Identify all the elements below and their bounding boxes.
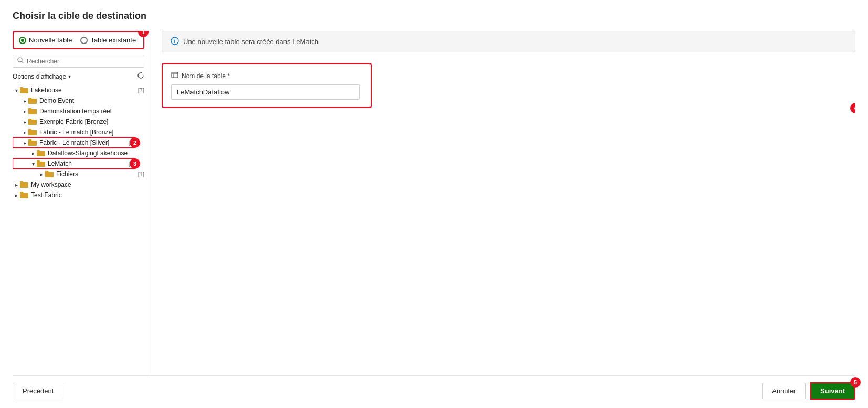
precedent-button[interactable]: Précédent bbox=[13, 383, 63, 399]
tree-item-lakehouse[interactable]: Lakehouse [7] bbox=[13, 85, 144, 95]
tree-item-fabric-bronze[interactable]: Fabric - Le match [Bronze] bbox=[13, 127, 144, 137]
badge-3: 3 bbox=[130, 158, 140, 169]
radio-table-existante[interactable]: Table existante bbox=[80, 36, 136, 44]
folder-icon-exemple-bronze bbox=[28, 118, 37, 125]
table-name-label-text: Nom de la table * bbox=[182, 72, 230, 80]
fichiers-label: Fichiers bbox=[56, 170, 136, 178]
folder-icon-dataflows-staging bbox=[37, 149, 45, 157]
folder-icon-fabric-bronze bbox=[28, 128, 37, 136]
dataflows-staging-label: DataflowsStagingLakehouse bbox=[48, 149, 144, 157]
exemple-bronze-label: Exemple Fabric [Bronze] bbox=[39, 118, 144, 125]
fabric-silver-chevron bbox=[21, 139, 28, 146]
radio-circle-existante bbox=[80, 37, 88, 44]
fabric-bronze-label: Fabric - Le match [Bronze] bbox=[39, 128, 144, 136]
table-type-radio-group: 1 Nouvelle table Table existante bbox=[13, 31, 144, 49]
demo-event-chevron bbox=[21, 97, 28, 104]
badge-1: 1 bbox=[138, 31, 149, 37]
suivant-button[interactable]: Suivant bbox=[810, 382, 855, 400]
folder-icon-demo-temps-reel bbox=[28, 108, 37, 115]
lakehouse-count: [7] bbox=[138, 87, 144, 93]
fichiers-chevron bbox=[38, 170, 45, 178]
lakehouse-chevron bbox=[13, 87, 20, 94]
radio-nouvelle-label: Nouvelle table bbox=[29, 36, 72, 44]
table-name-label-row: Nom de la table * bbox=[171, 71, 362, 80]
folder-icon-fichiers bbox=[45, 170, 54, 178]
fabric-bronze-chevron bbox=[21, 128, 28, 136]
folder-icon-my-workspace bbox=[20, 181, 28, 188]
footer-right: Annuler Suivant 5 bbox=[762, 382, 855, 400]
folder-icon-demo-event bbox=[28, 97, 37, 104]
folder-icon-test-fabric bbox=[20, 191, 28, 199]
search-icon bbox=[17, 57, 24, 65]
svg-rect-4 bbox=[172, 72, 178, 78]
tree-item-demo-event[interactable]: Demo Event bbox=[13, 95, 144, 106]
tree-container: Lakehouse [7] Demo Event bbox=[13, 85, 144, 375]
test-fabric-label: Test Fabric bbox=[31, 191, 144, 199]
demo-temps-reel-chevron bbox=[21, 108, 28, 115]
my-workspace-label: My workspace bbox=[31, 181, 144, 188]
fabric-silver-label: Fabric - Le match [Silver] bbox=[39, 139, 126, 146]
tree-item-dataflows-staging[interactable]: DataflowsStagingLakehouse bbox=[13, 148, 144, 158]
fichiers-count: [1] bbox=[138, 171, 144, 177]
folder-icon-lakehouse bbox=[20, 87, 28, 94]
info-banner: i Une nouvelle table sera créée dans LeM… bbox=[162, 31, 855, 52]
page-title: Choisir la cible de destination bbox=[13, 10, 855, 22]
chevron-down-icon: ▾ bbox=[68, 73, 71, 79]
tree-item-demo-temps-reel[interactable]: Demonstration temps réel bbox=[13, 106, 144, 116]
lematch-label: LeMatch bbox=[48, 160, 126, 167]
tree-item-fabric-silver[interactable]: Fabric - Le match [Silver] [2] bbox=[13, 137, 135, 148]
svg-line-1 bbox=[22, 61, 23, 63]
svg-text:i: i bbox=[174, 38, 176, 44]
display-options-bar: Options d'affichage ▾ bbox=[13, 72, 144, 81]
display-options-toggle[interactable]: Options d'affichage ▾ bbox=[13, 73, 71, 80]
folder-icon-fabric-silver bbox=[28, 139, 37, 146]
radio-existante-label: Table existante bbox=[90, 36, 136, 44]
info-banner-text: Une nouvelle table sera créée dans LeMat… bbox=[183, 38, 319, 46]
right-panel: i Une nouvelle table sera créée dans LeM… bbox=[149, 31, 855, 375]
dataflows-staging-chevron bbox=[29, 149, 37, 157]
lematch-chevron bbox=[29, 160, 37, 167]
info-icon: i bbox=[171, 37, 179, 47]
radio-nouvelle-table[interactable]: Nouvelle table bbox=[19, 36, 72, 44]
left-panel: 1 Nouvelle table Table existante bbox=[13, 31, 149, 375]
table-name-section: Nom de la table * bbox=[162, 63, 372, 108]
tree-item-exemple-bronze[interactable]: Exemple Fabric [Bronze] bbox=[13, 116, 144, 127]
badge-2: 2 bbox=[130, 137, 140, 148]
tree-item-my-workspace[interactable]: My workspace bbox=[13, 179, 144, 190]
table-name-input[interactable] bbox=[171, 84, 360, 100]
badge-5: 5 bbox=[850, 377, 861, 388]
my-workspace-chevron bbox=[13, 181, 20, 188]
table-icon bbox=[171, 71, 178, 80]
radio-circle-nouvelle bbox=[19, 37, 26, 44]
lakehouse-label: Lakehouse bbox=[31, 87, 136, 94]
annuler-button[interactable]: Annuler bbox=[762, 383, 806, 399]
demo-temps-reel-label: Demonstration temps réel bbox=[39, 108, 144, 115]
tree-item-fichiers[interactable]: Fichiers [1] bbox=[13, 169, 144, 179]
badge-4: 4 bbox=[850, 103, 855, 113]
folder-icon-lematch bbox=[37, 160, 45, 167]
display-options-label-text: Options d'affichage bbox=[13, 73, 66, 80]
exemple-bronze-chevron bbox=[21, 118, 28, 125]
refresh-icon[interactable] bbox=[137, 72, 144, 81]
search-box[interactable] bbox=[13, 55, 144, 68]
search-input[interactable] bbox=[27, 58, 140, 65]
tree-item-lematch[interactable]: LeMatch [1] bbox=[13, 158, 135, 169]
footer: Précédent Annuler Suivant 5 bbox=[13, 375, 855, 400]
demo-event-label: Demo Event bbox=[39, 97, 144, 104]
tree-item-test-fabric[interactable]: Test Fabric bbox=[13, 190, 144, 200]
test-fabric-chevron bbox=[13, 191, 20, 199]
